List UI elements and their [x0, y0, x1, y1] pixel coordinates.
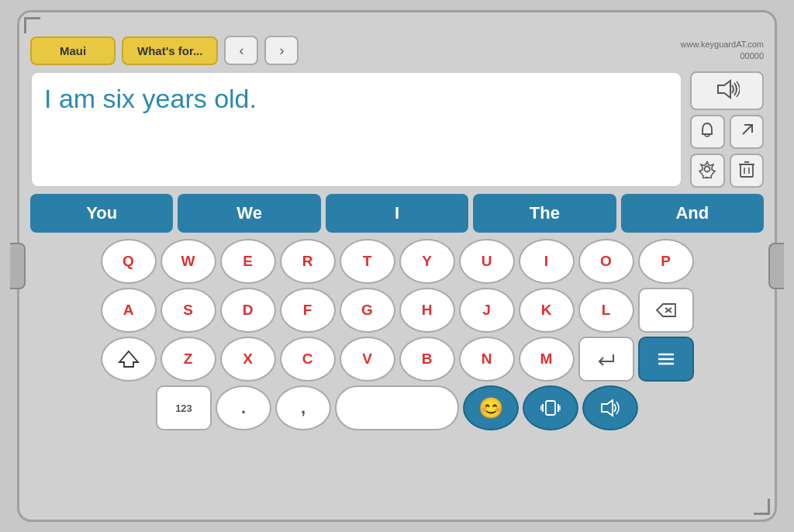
key-s[interactable]: S — [161, 288, 216, 333]
word-suggestion-row: You We I The And — [30, 194, 764, 233]
key-row-3: Z X C V B N M — [30, 337, 764, 382]
text-display: I am six years old. — [30, 71, 682, 188]
key-l[interactable]: L — [578, 288, 634, 333]
action-btn-row1 — [690, 115, 764, 149]
key-o[interactable]: O — [578, 239, 634, 284]
key-123[interactable]: 123 — [156, 385, 212, 430]
key-row-1: Q W E R T Y U I O P — [30, 239, 764, 284]
word-btn-you[interactable]: You — [30, 194, 173, 233]
side-notch-right — [768, 243, 784, 289]
key-e[interactable]: E — [220, 239, 276, 284]
whats-for-button[interactable]: What's for... — [122, 36, 218, 65]
key-d[interactable]: D — [220, 288, 276, 333]
key-z[interactable]: Z — [161, 337, 216, 382]
header-row: Maui What's for... ‹ › www.keyguardAT.co… — [30, 36, 764, 65]
key-c[interactable]: C — [280, 337, 336, 382]
export-button[interactable] — [730, 115, 765, 149]
action-btn-row2 — [690, 154, 764, 188]
key-j[interactable]: J — [459, 288, 515, 333]
settings-button[interactable] — [690, 154, 725, 188]
key-a[interactable]: A — [101, 288, 157, 333]
speak-button[interactable] — [690, 71, 764, 110]
key-n[interactable]: N — [459, 337, 515, 382]
key-h[interactable]: H — [399, 288, 455, 333]
key-k[interactable]: K — [519, 288, 575, 333]
key-shift[interactable] — [101, 337, 157, 382]
key-backspace[interactable] — [638, 288, 694, 333]
key-t[interactable]: T — [340, 239, 395, 284]
gear-icon — [698, 160, 716, 182]
svg-point-3 — [705, 166, 710, 171]
website-url: www.keyguardAT.com — [681, 40, 764, 49]
speaker-icon — [715, 79, 740, 103]
text-content: I am six years old. — [44, 84, 257, 114]
bell-button[interactable] — [690, 115, 725, 149]
key-row-bottom: 123 . , 😊 — [30, 385, 764, 430]
action-buttons-panel — [690, 71, 764, 188]
key-menu[interactable] — [638, 337, 694, 382]
key-f[interactable]: F — [280, 288, 336, 333]
key-q[interactable]: Q — [101, 239, 157, 284]
key-enter[interactable] — [578, 337, 634, 382]
word-btn-i[interactable]: I — [326, 194, 468, 233]
key-y[interactable]: Y — [399, 239, 455, 284]
svg-rect-15 — [546, 401, 555, 415]
key-speak[interactable] — [582, 385, 638, 430]
nav-back-button[interactable]: ‹ — [224, 36, 258, 65]
svg-rect-4 — [740, 164, 753, 177]
website-info: www.keyguardAT.com 00000 — [681, 39, 764, 63]
trash-button[interactable] — [730, 154, 765, 188]
key-period[interactable]: . — [216, 385, 271, 430]
key-emoji[interactable]: 😊 — [463, 385, 519, 430]
svg-marker-11 — [119, 351, 138, 367]
emoji-icon: 😊 — [478, 396, 503, 420]
key-p[interactable]: P — [638, 239, 694, 284]
key-space[interactable] — [335, 385, 459, 430]
key-comma[interactable]: , — [275, 385, 331, 430]
svg-marker-0 — [718, 81, 730, 98]
key-x[interactable]: X — [220, 337, 276, 382]
svg-line-2 — [743, 125, 752, 134]
word-btn-the[interactable]: The — [473, 194, 616, 233]
nav-forward-button[interactable]: › — [264, 36, 299, 65]
main-content-row: I am six years old. — [30, 71, 764, 188]
key-m[interactable]: M — [519, 337, 575, 382]
keyboard: Q W E R T Y U I O P A S D F G H J K L — [30, 239, 764, 430]
device-frame: Maui What's for... ‹ › www.keyguardAT.co… — [17, 10, 777, 522]
word-btn-and[interactable]: And — [621, 194, 764, 233]
key-r[interactable]: R — [280, 239, 336, 284]
key-w[interactable]: W — [161, 239, 216, 284]
device-id: 00000 — [740, 51, 764, 60]
key-u[interactable]: U — [459, 239, 515, 284]
bell-icon — [698, 121, 716, 143]
word-btn-we[interactable]: We — [178, 194, 320, 233]
side-notch-left — [10, 243, 26, 289]
key-row-2: A S D F G H J K L — [30, 288, 764, 333]
key-i[interactable]: I — [519, 239, 575, 284]
svg-marker-20 — [602, 400, 613, 416]
export-icon — [738, 122, 755, 143]
maui-button[interactable]: Maui — [30, 36, 116, 65]
key-g[interactable]: G — [340, 288, 395, 333]
trash-icon — [738, 160, 755, 182]
key-v[interactable]: V — [340, 337, 395, 382]
key-vibrate[interactable] — [523, 385, 578, 430]
key-b[interactable]: B — [399, 337, 455, 382]
